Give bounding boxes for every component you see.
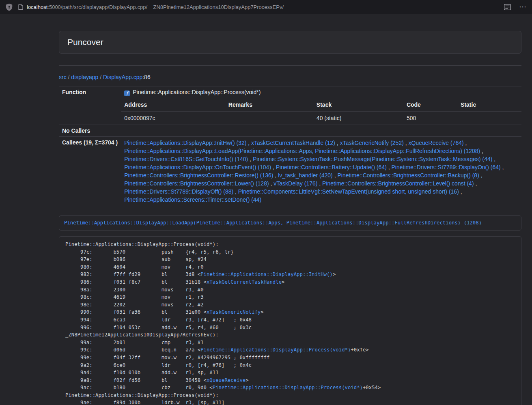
breadcrumb-link[interactable]: DisplayApp.cpp: [103, 74, 142, 80]
callee-separator: ,: [459, 188, 462, 195]
no-callers-row: No Callers: [59, 125, 521, 137]
stats-row-label: [59, 98, 121, 125]
asm-symbol-link[interactable]: Pinetime::Applications::DisplayApp::Proc…: [200, 347, 351, 353]
page-icon: [18, 4, 23, 10]
callee-separator: ,: [480, 148, 483, 154]
breadcrumb-link[interactable]: src: [59, 74, 67, 80]
function-type-icon: ƒ: [124, 90, 130, 96]
callee-link[interactable]: Pinetime::Applications::DisplayApp::OnTo…: [124, 164, 271, 170]
callee-link[interactable]: Pinetime::Applications::DisplayApp::Load…: [124, 148, 480, 154]
breadcrumb: src / displayapp / DisplayApp.cpp:86: [59, 74, 521, 80]
callee-link[interactable]: Pinetime::Controllers::BrightnessControl…: [124, 180, 269, 187]
callee-link[interactable]: vTaskDelay (176): [274, 180, 317, 187]
no-callers-cell: [121, 125, 521, 137]
callee-separator: ,: [335, 140, 340, 146]
callee-separator: ,: [317, 180, 322, 187]
url-bar[interactable]: localhost:5000/path/src/displayapp/Displ…: [18, 4, 499, 10]
breadcrumb-line-number: :86: [142, 74, 150, 80]
callee-separator: ,: [233, 188, 238, 195]
col-address: Address: [121, 98, 225, 112]
callee-link[interactable]: xQueueReceive (764): [409, 140, 464, 146]
callee-link[interactable]: Pinetime::Controllers::Battery::Update()…: [276, 164, 387, 170]
callee-separator: ,: [387, 164, 392, 170]
stats-table: Address Remarks Stack Code Static 0x0000…: [121, 98, 521, 125]
browser-menu-icon[interactable]: ⋯: [519, 3, 526, 11]
asm-symbol-link[interactable]: Pinetime::Applications::DisplayApp::Init…: [200, 271, 333, 277]
callee-separator: ,: [404, 140, 409, 146]
browser-chrome: localhost:5000/path/src/displayapp/Displ…: [0, 0, 532, 14]
no-callers-label: No Callers: [59, 125, 121, 137]
stats-row: Address Remarks Stack Code Static 0x0000…: [59, 98, 521, 125]
asm-symbol-link[interactable]: xTaskGenericNotify: [207, 309, 261, 315]
callee-link[interactable]: Pinetime::Drivers::Cst816S::GetTouchInfo…: [124, 156, 248, 162]
address-value: 0x0000097c: [121, 112, 225, 125]
breadcrumb-link[interactable]: displayapp: [71, 74, 98, 80]
callee-separator: ,: [246, 140, 251, 146]
callee-link[interactable]: Pinetime::Drivers::St7789::DisplayOn() (…: [392, 164, 501, 170]
asm-symbol-link[interactable]: xTaskGetCurrentTaskHandle: [207, 279, 282, 285]
remarks-value: [225, 112, 313, 125]
shield-icon[interactable]: [6, 3, 13, 11]
symbol-table: Function ƒPinetime::Applications::Displa…: [59, 86, 521, 206]
asm-symbol-link[interactable]: Pinetime::Applications::DisplayApp::Proc…: [213, 385, 363, 390]
page-title-box: Puncover: [59, 31, 521, 54]
asm-symbol-link[interactable]: xQueueReceive: [207, 377, 246, 383]
divider: [59, 65, 521, 66]
callee-link[interactable]: Pinetime::System::SystemTask::PushMessag…: [253, 156, 493, 162]
callee-link[interactable]: xTaskGenericNotify (252): [340, 140, 404, 146]
function-row: Function ƒPinetime::Applications::Displa…: [59, 86, 521, 98]
stats-header-row: Address Remarks Stack Code Static: [121, 98, 521, 112]
breadcrumb-separator: /: [67, 74, 71, 80]
callee-link[interactable]: Pinetime::Applications::DisplayApp::Init…: [124, 140, 246, 146]
callee-link[interactable]: lv_task_handler (420): [278, 172, 333, 179]
static-value: [457, 112, 521, 125]
url-path: :5000/path/src/displayapp/DisplayApp.cpp…: [47, 4, 284, 10]
col-static: Static: [457, 98, 521, 112]
callee-link[interactable]: xTaskGetCurrentTaskHandle (12): [251, 140, 335, 146]
col-remarks: Remarks: [225, 98, 313, 112]
disassembly-pre: Pinetime::Applications::DisplayApp::Proc…: [59, 236, 521, 405]
breadcrumb-separator: /: [98, 74, 103, 80]
col-stack: Stack: [313, 98, 403, 112]
col-code: Code: [403, 98, 457, 112]
page-title: Puncover: [67, 37, 513, 47]
callee-separator: ,: [269, 180, 274, 187]
callee-link[interactable]: Pinetime::Components::LittleVgl::SetNewT…: [238, 188, 459, 195]
function-name-cell: ƒPinetime::Applications::DisplayApp::Pro…: [121, 86, 521, 98]
stack-value: 40 (static): [313, 112, 403, 125]
callee-separator: ,: [271, 164, 276, 170]
callees-row: Callees (19, Σ=3704 ) Pinetime::Applicat…: [59, 137, 521, 206]
callee-separator: ,: [501, 164, 504, 170]
stats-values-row: 0x0000097c 40 (static) 500: [121, 112, 521, 125]
callee-separator: ,: [474, 180, 477, 187]
function-label: Function: [59, 86, 121, 98]
url-host: localhost: [27, 4, 47, 10]
highlighted-callee-link[interactable]: Pinetime::Applications::DisplayApp::Load…: [59, 215, 521, 231]
callee-separator: ,: [333, 172, 338, 179]
callee-link[interactable]: Pinetime::Controllers::BrightnessControl…: [124, 172, 273, 179]
callee-separator: ,: [492, 156, 495, 162]
callee-link[interactable]: Pinetime::Drivers::St7789::DisplayOff() …: [124, 188, 233, 195]
callees-list: Pinetime::Applications::DisplayApp::Init…: [121, 137, 521, 206]
callee-link[interactable]: Pinetime::Controllers::BrightnessControl…: [322, 180, 474, 187]
callee-separator: ,: [273, 172, 278, 179]
reader-view-icon[interactable]: [504, 4, 511, 10]
callee-separator: ,: [479, 172, 482, 179]
callee-link[interactable]: Pinetime::Controllers::BrightnessControl…: [337, 172, 479, 179]
callee-separator: ,: [464, 140, 467, 146]
callee-separator: ,: [248, 156, 253, 162]
callees-label: Callees (19, Σ=3704 ): [59, 137, 121, 206]
function-name: Pinetime::Applications::DisplayApp::Proc…: [133, 89, 261, 95]
callee-link[interactable]: Pinetime::Applications::Screens::Timer::…: [124, 196, 261, 203]
puncover-page: Puncover src / displayapp / DisplayApp.c…: [59, 14, 521, 405]
code-value: 500: [403, 112, 457, 125]
